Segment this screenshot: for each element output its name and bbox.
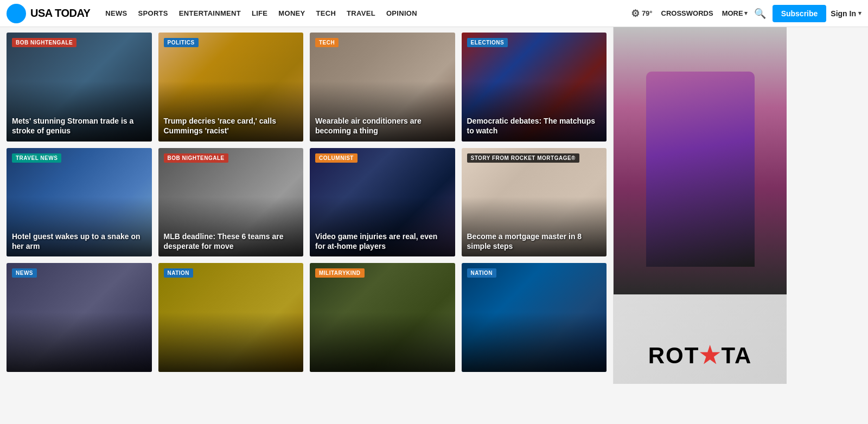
- ad-figure: [614, 27, 787, 294]
- nav-item-news[interactable]: NEWS: [100, 0, 132, 27]
- ad-brand-name: ROT★TA: [614, 342, 787, 369]
- card-tag: TECH: [315, 38, 339, 47]
- news-card-2-2[interactable]: MILITARYKIND: [310, 263, 455, 372]
- card-tag: COLUMNIST: [315, 153, 358, 163]
- nav-item-money[interactable]: MONEY: [273, 0, 310, 27]
- nav-item-sports[interactable]: SPORTS: [133, 0, 174, 27]
- search-button[interactable]: 🔍: [752, 5, 768, 22]
- nav-item-travel[interactable]: TRAVEL: [341, 0, 381, 27]
- sign-in-label: Sign In: [831, 9, 856, 18]
- weather-widget[interactable]: ⚙ 79°: [631, 8, 653, 20]
- card-tag: TRAVEL NEWS: [12, 153, 61, 163]
- card-title: Hotel guest wakes up to a snake on her a…: [12, 232, 146, 251]
- card-title: Mets' stunning Stroman trade is a stroke…: [12, 116, 146, 136]
- card-tag: NEWS: [12, 268, 37, 278]
- logo-text: USA TODAY: [30, 7, 90, 20]
- nav-right: ⚙ 79° CROSSWORDS MORE ▾ 🔍 Subscribe Sign…: [631, 5, 861, 22]
- news-card-0-3[interactable]: ELECTIONSDemocratic debates: The matchup…: [462, 33, 607, 142]
- news-row-1: TRAVEL NEWSHotel guest wakes up to a sna…: [7, 148, 607, 257]
- logo-circle: [7, 4, 26, 23]
- chevron-down-icon: ▾: [858, 10, 861, 17]
- news-card-1-2[interactable]: COLUMNISTVideo game injuries are real, e…: [310, 148, 455, 257]
- weather-temp: 79°: [642, 9, 653, 17]
- card-tag: MILITARYKIND: [315, 268, 365, 278]
- news-card-2-3[interactable]: NATION: [462, 263, 607, 372]
- news-card-2-1[interactable]: NATION: [158, 263, 304, 372]
- content-area: BOB NIGHTENGALEMets' stunning Stroman tr…: [0, 27, 613, 384]
- news-card-0-1[interactable]: POLITICSTrump decries 'race card,' calls…: [158, 33, 304, 142]
- card-tag: ELECTIONS: [467, 38, 508, 47]
- card-title: Trump decries 'race card,' calls Cumming…: [164, 116, 298, 136]
- more-menu[interactable]: MORE ▾: [722, 9, 748, 17]
- card-tag: NATION: [164, 268, 194, 278]
- card-title: MLB deadline: These 6 teams are desperat…: [164, 232, 298, 251]
- nav-links: NEWSSPORTSENTERTAINMENTLIFEMONEYTECHTRAV…: [100, 0, 631, 27]
- crosswords-link[interactable]: CROSSWORDS: [657, 9, 718, 17]
- sidebar-ad: Advertisement ✕ ROT★TA: [613, 27, 787, 384]
- card-gradient: [310, 312, 455, 372]
- news-card-0-0[interactable]: BOB NIGHTENGALEMets' stunning Stroman tr…: [7, 33, 152, 142]
- nav-item-tech[interactable]: TECH: [311, 0, 342, 27]
- news-card-1-0[interactable]: TRAVEL NEWSHotel guest wakes up to a sna…: [7, 148, 152, 257]
- logo-link[interactable]: USA TODAY: [7, 4, 90, 23]
- navbar: USA TODAY NEWSSPORTSENTERTAINMENTLIFEMON…: [0, 0, 868, 27]
- ad-banner: Advertisement ✕ ROT★TA: [614, 27, 787, 384]
- subscribe-button[interactable]: Subscribe: [773, 5, 827, 22]
- news-card-1-1[interactable]: BOB NIGHTENGALEMLB deadline: These 6 tea…: [158, 148, 304, 257]
- ad-star-icon: ★: [699, 343, 721, 368]
- nav-item-entertainment[interactable]: ENTERTAINMENT: [174, 0, 246, 27]
- card-gradient: [462, 312, 607, 372]
- card-tag: POLITICS: [164, 38, 199, 47]
- card-tag: BOB NIGHTENGALE: [164, 153, 228, 163]
- news-row-0: BOB NIGHTENGALEMets' stunning Stroman tr…: [7, 33, 607, 142]
- nav-item-opinion[interactable]: OPINION: [381, 0, 423, 27]
- card-title: Democratic debates: The matchups to watc…: [467, 116, 602, 136]
- weather-icon: ⚙: [631, 8, 640, 20]
- news-row-2: NEWSNATIONMILITARYKINDNATION: [7, 263, 607, 372]
- card-title: Become a mortgage master in 8 simple ste…: [467, 232, 602, 251]
- card-title: Wearable air conditioners are becoming a…: [315, 116, 450, 136]
- news-card-2-0[interactable]: NEWS: [7, 263, 152, 372]
- news-card-0-2[interactable]: TECHWearable air conditioners are becomi…: [310, 33, 455, 142]
- main-container: BOB NIGHTENGALEMets' stunning Stroman tr…: [0, 27, 868, 384]
- card-tag: NATION: [467, 268, 497, 278]
- more-label: MORE: [722, 9, 743, 17]
- card-title: Video game injuries are real, even for a…: [315, 232, 450, 251]
- news-card-1-3[interactable]: STORY FROM ROCKET MORTGAGE®Become a mort…: [462, 148, 607, 257]
- nav-item-life[interactable]: LIFE: [246, 0, 273, 27]
- sign-in-area[interactable]: Sign In ▾: [831, 9, 861, 18]
- card-gradient: [7, 312, 152, 372]
- ad-model-shape: [646, 72, 755, 267]
- card-gradient: [158, 312, 304, 372]
- card-tag: BOB NIGHTENGALE: [12, 38, 76, 47]
- card-tag: STORY FROM ROCKET MORTGAGE®: [467, 153, 579, 163]
- chevron-down-icon: ▾: [744, 10, 748, 17]
